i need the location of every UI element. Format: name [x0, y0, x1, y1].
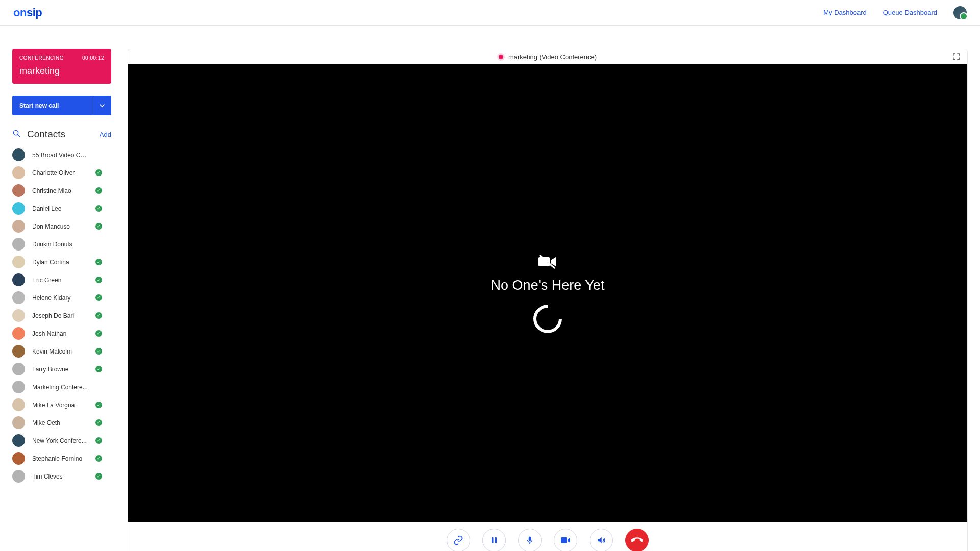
contact-item[interactable]: Helene Kidary [12, 291, 111, 305]
logo-part-sip: sip [27, 6, 42, 19]
user-avatar[interactable] [953, 6, 967, 19]
contact-name: Mike Oeth [32, 419, 88, 427]
contact-name: Christine Miao [32, 187, 88, 194]
camera-off-icon [537, 253, 558, 272]
contact-name: Eric Green [32, 277, 88, 284]
contact-item[interactable]: Stephanie Fornino [12, 452, 111, 465]
contact-avatar [12, 273, 25, 286]
contact-name: Marketing Confere... [32, 384, 88, 391]
copy-link-button[interactable] [447, 529, 470, 551]
contact-avatar [12, 363, 25, 375]
contact-item[interactable]: Tim Cleves [12, 469, 111, 483]
hangup-button[interactable] [625, 529, 649, 551]
contact-name: Helene Kidary [32, 294, 88, 302]
contact-item[interactable]: Dylan Cortina [12, 255, 111, 269]
fullscreen-icon [952, 53, 960, 60]
contact-avatar [12, 291, 25, 304]
contacts-header: Contacts Add [12, 129, 111, 140]
online-status-icon [95, 312, 102, 319]
contact-name: Tim Cleves [32, 473, 88, 480]
loading-spinner-icon [527, 298, 568, 339]
contact-item[interactable]: Josh Nathan [12, 327, 111, 340]
header-right: My Dashboard Queue Dashboard [823, 6, 967, 19]
conference-name: marketing [19, 66, 104, 77]
contact-item[interactable]: Mike Oeth [12, 416, 111, 430]
contact-item[interactable]: Don Mancuso [12, 219, 111, 233]
online-status-icon [95, 473, 102, 480]
search-icon[interactable] [12, 129, 21, 140]
conference-meta: CONFERENCING 00:00:12 [19, 55, 104, 61]
contact-item[interactable]: New York Confere... [12, 434, 111, 447]
content: marketing (Video Conference) No One's He… [124, 26, 980, 551]
video-panel: marketing (Video Conference) No One's He… [128, 49, 968, 551]
online-status-icon [95, 455, 102, 462]
video-title: marketing (Video Conference) [508, 53, 597, 61]
contact-avatar [12, 345, 25, 358]
contact-name: Dunkin Donuts [32, 241, 88, 248]
sidebar: CONFERENCING 00:00:12 marketing Start ne… [0, 26, 124, 551]
contact-avatar [12, 434, 25, 447]
nav-queue-dashboard[interactable]: Queue Dashboard [883, 9, 937, 16]
fullscreen-button[interactable] [952, 53, 960, 62]
call-controls [128, 522, 967, 551]
svg-rect-3 [492, 537, 494, 543]
recording-indicator-icon [499, 55, 503, 59]
link-icon [453, 535, 463, 545]
online-status-icon [95, 366, 102, 372]
contact-avatar [12, 398, 25, 411]
contact-item[interactable]: 55 Broad Video Co... [12, 148, 111, 162]
contact-avatar [12, 256, 25, 268]
camera-button[interactable] [554, 529, 577, 551]
active-conference-card[interactable]: CONFERENCING 00:00:12 marketing [12, 49, 111, 84]
contact-name: Josh Nathan [32, 330, 88, 337]
contact-item[interactable]: Mike La Vorgna [12, 398, 111, 412]
contact-item[interactable]: Kevin Malcolm [12, 344, 111, 358]
conference-label: CONFERENCING [19, 55, 64, 61]
contact-avatar [12, 452, 25, 465]
contacts-header-left: Contacts [12, 129, 65, 140]
contact-name: Charlotte Oliver [32, 169, 88, 177]
nav-my-dashboard[interactable]: My Dashboard [823, 9, 867, 16]
contact-avatar [12, 220, 25, 233]
contact-avatar [12, 381, 25, 393]
contact-item[interactable]: Daniel Lee [12, 202, 111, 215]
contact-name: Mike La Vorgna [32, 402, 88, 409]
logo: onsip [13, 6, 42, 19]
contact-name: New York Confere... [32, 437, 88, 444]
contact-item[interactable]: Charlotte Oliver [12, 166, 111, 180]
contact-item[interactable]: Dunkin Donuts [12, 237, 111, 251]
contact-item[interactable]: Christine Miao [12, 184, 111, 197]
microphone-icon [525, 536, 534, 545]
online-status-icon [95, 169, 102, 176]
online-status-icon [95, 187, 102, 194]
online-status-icon [95, 259, 102, 265]
start-new-call-dropdown[interactable] [92, 96, 111, 115]
svg-rect-6 [561, 537, 567, 543]
contact-name: Kevin Malcolm [32, 348, 88, 355]
contact-name: Daniel Lee [32, 205, 88, 212]
contact-avatar [12, 202, 25, 215]
microphone-button[interactable] [518, 529, 542, 551]
online-status-icon [95, 419, 102, 426]
contact-name: Larry Browne [32, 366, 88, 373]
video-stage: No One's Here Yet [128, 64, 967, 522]
contact-name: Stephanie Fornino [32, 455, 88, 462]
contact-avatar [12, 470, 25, 483]
main: CONFERENCING 00:00:12 marketing Start ne… [0, 26, 980, 551]
conference-timer: 00:00:12 [82, 55, 104, 61]
contact-avatar [12, 416, 25, 429]
svg-rect-4 [495, 537, 497, 543]
start-new-call-button[interactable]: Start new call [12, 96, 92, 115]
contact-item[interactable]: Joseph De Bari [12, 309, 111, 322]
contact-name: 55 Broad Video Co... [32, 152, 88, 159]
contact-avatar [12, 184, 25, 197]
hangup-icon [631, 535, 643, 546]
speaker-button[interactable] [590, 529, 613, 551]
contact-item[interactable]: Marketing Confere... [12, 380, 111, 394]
contact-avatar [12, 148, 25, 161]
contact-item[interactable]: Eric Green [12, 273, 111, 287]
add-contact-link[interactable]: Add [100, 131, 111, 138]
contact-avatar [12, 238, 25, 251]
pause-button[interactable] [482, 529, 506, 551]
contact-item[interactable]: Larry Browne [12, 362, 111, 376]
